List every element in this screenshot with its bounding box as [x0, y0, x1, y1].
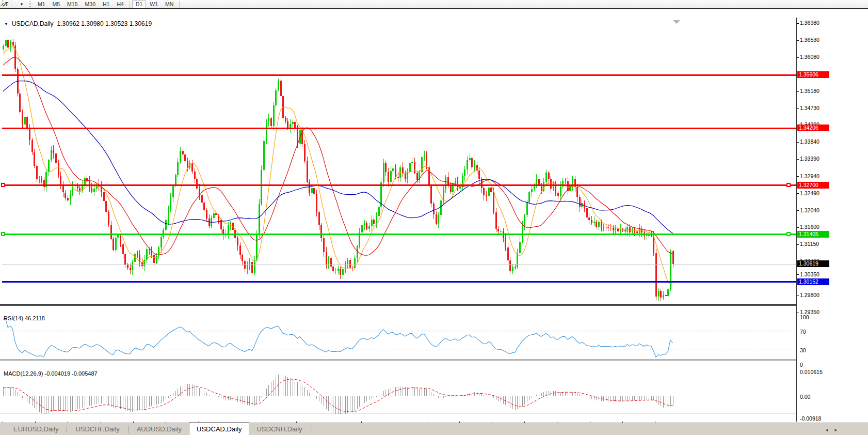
- tick-dash: [797, 23, 799, 24]
- timeframe-button-d1[interactable]: D1: [132, 1, 146, 8]
- line-handle[interactable]: [2, 183, 5, 187]
- toolbar-separator: [179, 1, 180, 8]
- tick-dash: [797, 57, 799, 58]
- collapse-indicator-icon[interactable]: ▼: [4, 22, 8, 26]
- toolbar-separator: [130, 1, 130, 8]
- chart-shift-marker-icon[interactable]: [673, 20, 680, 24]
- up-candle-wicks: [4, 38, 671, 301]
- tab-scroll-left-icon[interactable]: ◄: [825, 428, 829, 432]
- panel-separator[interactable]: [0, 304, 868, 305]
- rsi-line: [3, 319, 673, 357]
- line-handle[interactable]: [787, 183, 790, 187]
- toolbar-grip[interactable]: [29, 2, 31, 7]
- tab-usdcnh-daily[interactable]: USDCNH,Daily: [249, 423, 309, 435]
- price-axis-tick: 1.36530: [797, 37, 819, 43]
- chart-window: ▼ USDCAD,Daily 1.30962 1.30980 1.30523 1…: [0, 8, 868, 423]
- price-level-label: 1.34206: [797, 125, 829, 131]
- price-axis-tick: 1.32040: [797, 207, 819, 213]
- tick-dash: [797, 244, 799, 245]
- tab-usdcad-daily[interactable]: USDCAD,Daily: [189, 422, 249, 435]
- timeframe-buttons: M1M5M15M30H1H4D1W1MN: [34, 1, 182, 8]
- ma-fast-line[interactable]: [3, 46, 673, 285]
- timeframe-button-h1[interactable]: H1: [99, 1, 113, 8]
- timeframe-toolbar: T ▼ M1M5M15M30H1H4D1W1MN: [0, 0, 868, 9]
- line-handle[interactable]: [2, 232, 5, 236]
- ohlc-values: 1.30962 1.30980 1.30523 1.30619: [57, 20, 152, 27]
- macd-indicator-label: MACD(12,26,9) -0.004019 -0.005487: [4, 370, 98, 377]
- rsi-indicator-label: RSI(14) 46.2118: [4, 315, 45, 321]
- macd-signal-line: [3, 379, 673, 412]
- tick-dash: [797, 142, 799, 143]
- terminal-window: T ▼ M1M5M15M30H1H4D1W1MN ▼ USDCAD,Daily …: [0, 0, 868, 435]
- price-axis-tick: 1.35180: [797, 88, 819, 94]
- price-axis-tick: 1.31600: [797, 224, 819, 230]
- tab-separator: [311, 426, 311, 433]
- price-axis-tick: 1.34730: [797, 105, 819, 111]
- rsi-axis-label: 70: [800, 329, 806, 335]
- down-candle-bodies: [7, 40, 674, 298]
- tab-eurusd-daily[interactable]: EURUSD,Daily: [6, 423, 66, 435]
- price-axis-tick: 1.33390: [797, 156, 819, 162]
- tick-dash: [797, 296, 799, 296]
- ma-slow-line[interactable]: [3, 81, 673, 234]
- price-axis-tick: 1.31150: [797, 241, 819, 247]
- macd-histogram: [4, 374, 673, 415]
- price-axis-tick: 1.36980: [797, 20, 819, 26]
- symbol-tab-bar: EURUSD,DailyUSDCHF,DailyAUDUSD,DailyUSDC…: [0, 423, 868, 435]
- timeframe-button-m15[interactable]: M15: [63, 1, 81, 8]
- panel-separator: [0, 413, 868, 413]
- tab-usdchf-daily[interactable]: USDCHF,Daily: [68, 423, 126, 435]
- chart-title: ▼ USDCAD,Daily 1.30962 1.30980 1.30523 1…: [4, 20, 152, 27]
- line-handle[interactable]: [787, 232, 790, 236]
- macd-axis-label: 0.010615: [800, 369, 823, 375]
- tick-dash: [797, 176, 799, 177]
- timeframe-button-mn[interactable]: MN: [162, 1, 177, 8]
- price-level-label: 1.31405: [797, 231, 829, 238]
- timeframe-button-w1[interactable]: W1: [146, 1, 162, 8]
- ma-mid-line[interactable]: [3, 57, 673, 255]
- timeframe-button-m1[interactable]: M1: [34, 1, 49, 8]
- price-axis-tick: 1.29800: [797, 292, 819, 298]
- price-level-label: 1.35606: [797, 71, 829, 78]
- panel-separator[interactable]: [0, 360, 868, 360]
- horizontal-level-lines[interactable]: [2, 75, 796, 282]
- arrange-arrows-icon: [0, 1, 7, 7]
- tab-scroll-right-icon[interactable]: ►: [834, 428, 838, 432]
- timeframe-button-m30[interactable]: M30: [82, 1, 99, 8]
- price-level-label: 1.32700: [797, 182, 829, 189]
- price-axis-tick: 1.32490: [797, 190, 819, 196]
- tick-dash: [797, 274, 799, 275]
- tick-dash: [797, 91, 799, 92]
- tab-separator: [128, 426, 128, 433]
- timeframe-button-h4[interactable]: H4: [113, 1, 127, 8]
- rsi-axis-label: 0: [800, 362, 803, 368]
- price-axis[interactable]: 1.369801.365301.360801.351801.347301.342…: [797, 18, 868, 422]
- tick-dash: [797, 108, 799, 109]
- rsi-axis-label: 30: [800, 347, 806, 353]
- tab-separator: [67, 426, 67, 433]
- tick-dash: [797, 40, 799, 41]
- arrange-charts-button[interactable]: [12, 1, 18, 8]
- chevron-down-icon[interactable]: ▼: [18, 2, 25, 7]
- price-axis-tick: 1.32940: [797, 173, 819, 179]
- macd-axis-label: -0.00918: [800, 415, 821, 422]
- tick-dash: [797, 227, 799, 228]
- tick-dash: [797, 313, 799, 313]
- current-price-label: 1.30619: [797, 260, 829, 267]
- tick-dash: [797, 159, 799, 160]
- price-axis-tick: 1.30350: [797, 271, 819, 277]
- timeframe-button-m5[interactable]: M5: [49, 1, 64, 8]
- rsi-axis-label: 100: [800, 314, 809, 320]
- tab-audusd-daily[interactable]: AUDUSD,Daily: [130, 423, 189, 435]
- tick-dash: [797, 210, 799, 211]
- price-level-label: 1.30152: [797, 278, 829, 285]
- panel-separator: [0, 361, 868, 361]
- price-axis-tick: 1.33840: [797, 138, 819, 145]
- macd-panel[interactable]: [0, 369, 796, 421]
- macd-axis-label: 0.00: [800, 394, 810, 400]
- tick-dash: [797, 193, 799, 194]
- main-chart-plot[interactable]: [0, 18, 796, 313]
- symbol-period-label: USDCAD,Daily: [12, 20, 54, 27]
- price-axis-tick: 1.36080: [797, 54, 819, 60]
- panel-separator: [0, 305, 868, 306]
